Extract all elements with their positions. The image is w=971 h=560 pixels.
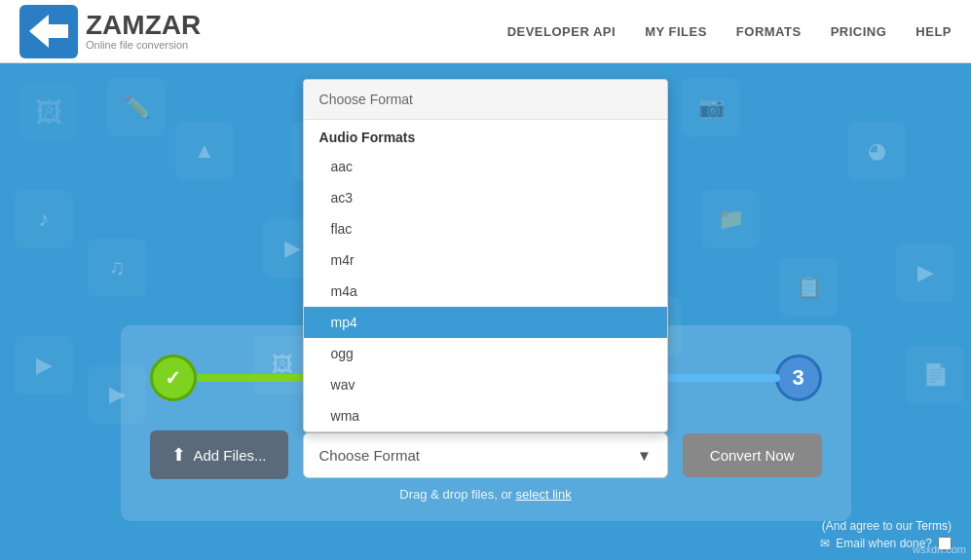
upload-icon: ⬆ xyxy=(171,444,186,466)
logo-area: ZAMZAR Online file conversion xyxy=(19,5,201,58)
dropdown-item-wav[interactable]: wav xyxy=(304,369,667,400)
chevron-down-icon: ▼ xyxy=(637,447,652,464)
dropdown-item-aac[interactable]: aac xyxy=(304,151,667,182)
bg-icon-jpg: 🖼 xyxy=(19,83,78,141)
header: ZAMZAR Online file conversion DEVELOPER … xyxy=(0,0,971,63)
bg-icon-photo: 📷 xyxy=(682,78,740,136)
bg-icon-1: ✏️ xyxy=(107,78,166,136)
drag-drop-area: Drag & drop files, or select link xyxy=(150,487,822,502)
nav-help[interactable]: HELP xyxy=(915,24,952,39)
step-1-check: ✓ xyxy=(165,366,181,390)
dropdown-item-ac3[interactable]: ac3 xyxy=(304,182,667,213)
dropdown-item-wma[interactable]: wma xyxy=(304,400,667,431)
terms-text: (And agree to our Terms) xyxy=(820,519,952,533)
dropdown-item-m4a[interactable]: m4a xyxy=(304,276,667,307)
logo-icon xyxy=(19,5,78,58)
nav-developer-api[interactable]: DEVELOPER API xyxy=(507,24,616,39)
nav-pricing[interactable]: PRICING xyxy=(831,24,887,39)
converter-panel: ✓ 3 ⬆ Add Files... Choose Format Audio F… xyxy=(121,325,851,521)
bg-icon-clipboard: 📋 xyxy=(779,258,838,317)
step-3-circle: 3 xyxy=(775,355,822,401)
logo-subtitle: Online file conversion xyxy=(86,39,201,51)
dropdown-item-flac[interactable]: flac xyxy=(304,213,667,244)
controls-row: ⬆ Add Files... Choose Format Audio Forma… xyxy=(150,430,822,479)
drag-drop-label: Drag & drop files, or xyxy=(399,487,515,502)
bg-icon-mov: ▶ xyxy=(15,336,73,394)
dropdown-item-ogg[interactable]: ogg xyxy=(304,338,667,369)
step-3-number: 3 xyxy=(792,365,803,391)
logo-text: ZAMZAR Online file conversion xyxy=(86,12,201,51)
logo-brand: ZAMZAR xyxy=(86,12,201,39)
add-files-button[interactable]: ⬆ Add Files... xyxy=(150,430,288,479)
bg-icon-pie: ◕ xyxy=(847,122,906,180)
email-icon: ✉ xyxy=(820,537,830,550)
terms-link[interactable]: Terms xyxy=(915,519,948,533)
audio-formats-title: Audio Formats xyxy=(304,120,667,151)
dropdown-item-mp4[interactable]: mp4 xyxy=(304,307,667,338)
format-dropdown[interactable]: Choose Format Audio Formats aac ac3 flac… xyxy=(303,79,668,432)
format-select-button[interactable]: Choose Format ▼ xyxy=(303,432,668,478)
step-1-circle: ✓ xyxy=(150,355,197,401)
main-area: 🖼 ✏️ ♪ ▲ ♫ ▶ ▶ ⚙ ▶ ➤ ✉ 📄 🖼 📷 📁 📋 📄 ◕ ▶ ♫… xyxy=(0,63,971,560)
dropdown-header: Choose Format xyxy=(304,80,667,120)
convert-now-button[interactable]: Convert Now xyxy=(683,433,822,477)
bg-icon-mp3: ♫ xyxy=(88,239,146,297)
add-files-label: Add Files... xyxy=(194,447,267,464)
format-select-label: Choose Format xyxy=(319,447,420,464)
bg-icon-folder: 📁 xyxy=(701,190,760,248)
bg-icon-music: ♪ xyxy=(15,190,73,248)
nav-formats[interactable]: FORMATS xyxy=(736,24,802,39)
bg-icon-pyramid: ▲ xyxy=(175,122,234,180)
bg-icon-file: 📄 xyxy=(906,346,964,404)
main-nav: DEVELOPER API MY FILES FORMATS PRICING H… xyxy=(507,24,952,39)
convert-now-label: Convert Now xyxy=(710,447,795,464)
format-select-wrapper: Choose Format Audio Formats aac ac3 flac… xyxy=(303,432,668,478)
dropdown-item-m4r[interactable]: m4r xyxy=(304,244,667,276)
nav-my-files[interactable]: MY FILES xyxy=(645,24,707,39)
bg-icon-play3: ▶ xyxy=(896,243,954,302)
select-link[interactable]: select link xyxy=(516,487,572,502)
watermark: wsxdn.com xyxy=(913,543,966,555)
